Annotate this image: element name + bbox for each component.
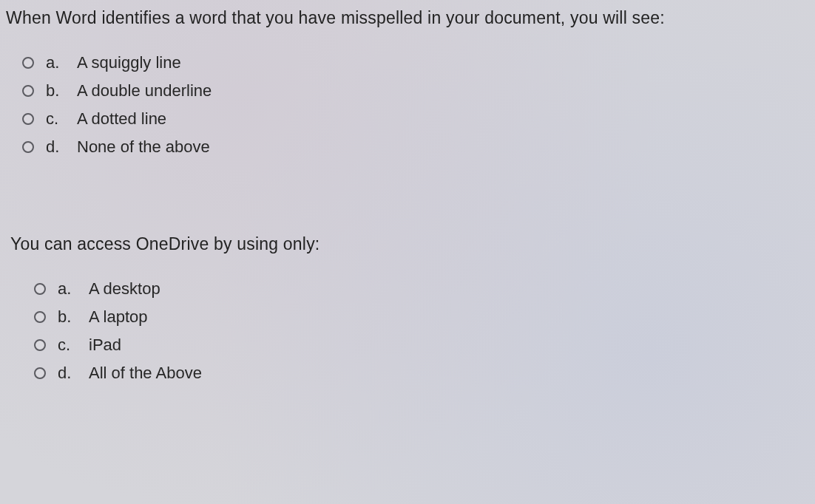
option-c[interactable]: c. A dotted line [22,106,811,132]
radio-icon[interactable] [34,367,46,379]
radio-icon[interactable] [22,57,34,69]
option-letter: b. [58,304,77,330]
option-text: None of the above [77,134,210,160]
radio-icon[interactable] [22,141,34,153]
option-letter: c. [58,333,77,358]
option-text: iPad [89,333,121,358]
options-list: a. A desktop b. A laptop c. iPad d. All … [4,276,811,386]
option-letter: c. [46,106,65,132]
option-d[interactable]: d. None of the above [22,134,811,160]
options-list: a. A squiggly line b. A double underline… [4,50,811,160]
option-a[interactable]: a. A desktop [34,276,811,302]
option-c[interactable]: c. iPad [34,333,811,358]
radio-icon[interactable] [34,311,46,323]
question-prompt: You can access OneDrive by using only: [10,234,811,256]
option-text: A laptop [89,304,148,330]
option-d[interactable]: d. All of the Above [34,361,811,386]
option-b[interactable]: b. A laptop [34,304,811,330]
option-text: A desktop [89,276,160,302]
option-letter: a. [58,276,77,302]
option-text: All of the Above [89,361,202,386]
radio-icon[interactable] [34,339,46,351]
question-block-2: You can access OneDrive by using only: a… [4,234,811,386]
radio-icon[interactable] [22,85,34,97]
question-prompt: When Word identifies a word that you hav… [6,7,811,30]
quiz-page: When Word identifies a word that you hav… [0,0,815,386]
option-letter: b. [46,78,65,103]
option-text: A double underline [77,78,212,103]
option-letter: d. [46,134,65,160]
option-a[interactable]: a. A squiggly line [22,50,811,75]
option-letter: d. [58,361,77,386]
radio-icon[interactable] [34,283,46,295]
option-text: A squiggly line [77,50,181,75]
radio-icon[interactable] [22,113,34,125]
option-b[interactable]: b. A double underline [22,78,811,103]
question-block-1: When Word identifies a word that you hav… [4,7,811,160]
option-text: A dotted line [77,106,166,132]
option-letter: a. [46,50,65,75]
